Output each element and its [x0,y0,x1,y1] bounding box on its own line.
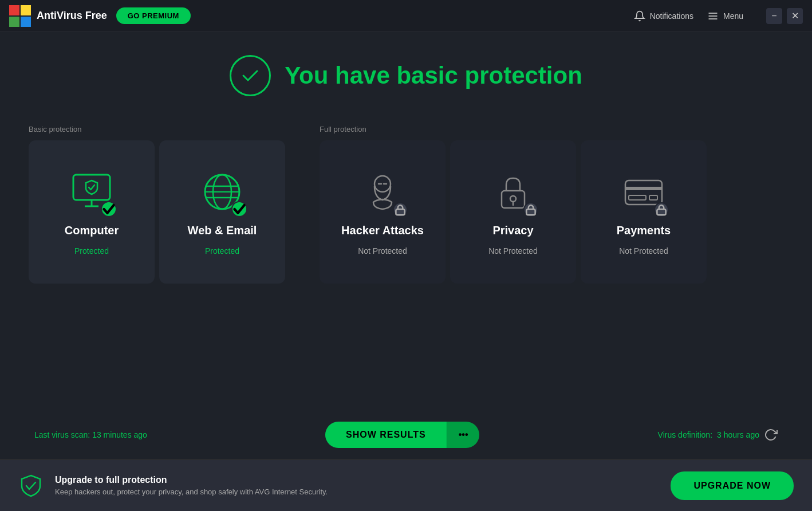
upgrade-shield-icon [18,473,44,498]
titlebar: AntiVirus Free GO PREMIUM Notifications … [0,0,812,32]
web-email-card[interactable]: Web & Email Protected [159,140,285,284]
cards-section: Basic protection [29,125,783,284]
lock-icon [394,187,407,233]
computer-card[interactable]: Computer Protected [29,140,155,284]
upgrade-title: Upgrade to full protection [55,475,659,485]
svg-rect-1 [21,5,31,15]
bell-icon [634,10,645,22]
status-circle [230,55,271,96]
check-icon [102,186,116,232]
close-button[interactable]: ✕ [787,8,803,24]
upgrade-now-button[interactable]: UPGRADE NOW [671,471,794,500]
status-header: You have basic protection [230,55,582,96]
basic-cards-row: Computer Protected [29,140,285,284]
hacker-attacks-card-status: Not Protected [358,246,407,256]
menu-icon [707,10,719,22]
svg-rect-2 [9,17,19,27]
bottom-bar: Last virus scan: 13 minutes ago SHOW RES… [29,422,783,448]
refresh-icon[interactable] [764,428,778,442]
web-email-card-status: Protected [205,246,239,256]
scan-info: Last virus scan: 13 minutes ago [34,430,147,439]
full-protection-label: Full protection [320,125,707,133]
payments-lock-badge [654,202,669,217]
privacy-icon-wrap [490,169,536,215]
status-text-start: You have [285,62,396,89]
svg-rect-18 [396,209,404,215]
svg-point-15 [375,176,391,192]
hacker-attacks-icon-wrap [360,169,405,215]
payments-card[interactable]: Payments Not Protected [581,140,707,284]
app-name: AntiVirus Free [37,10,107,22]
main-content: You have basic protection Basic protecti… [0,32,812,459]
hacker-attacks-card-title: Hacker Attacks [341,224,424,237]
svg-rect-3 [21,17,31,27]
status-text-highlight: basic protection [396,62,582,89]
web-email-icon-wrap [199,169,245,215]
svg-rect-22 [526,209,535,215]
more-options-button[interactable]: ••• [447,422,480,448]
full-cards-row: Hacker Attacks Not Protected [320,140,707,284]
svg-point-20 [510,196,516,202]
status-text: You have basic protection [285,62,582,89]
computer-card-status: Protected [74,246,109,256]
avg-logo-icon [9,5,31,27]
basic-protection-label: Basic protection [29,125,285,133]
last-scan-time: 13 minutes ago [92,430,147,439]
checkmark-icon [240,65,261,86]
window-controls: − ✕ [766,8,803,24]
virus-definition: Virus definition: 3 hours ago [658,428,778,442]
web-email-check-badge [231,201,247,217]
svg-rect-25 [629,195,646,200]
web-email-card-title: Web & Email [188,224,257,237]
upgrade-text: Upgrade to full protection Keep hackers … [55,475,659,496]
computer-icon-wrap [69,169,115,215]
full-protection-group: Full protection [320,125,707,284]
payments-icon-wrap [621,169,667,215]
menu-label: Menu [723,11,743,21]
virus-def-time: 3 hours ago [717,430,759,439]
notifications-button[interactable]: Notifications [634,10,693,22]
minimize-button[interactable]: − [766,8,782,24]
hacker-attacks-lock-badge [393,202,408,217]
check-icon [232,186,246,232]
menu-button[interactable]: Menu [707,10,743,22]
privacy-card[interactable]: Privacy Not Protected [450,140,576,284]
lock-icon [655,187,668,233]
virus-def-label: Virus definition: [658,430,712,439]
upgrade-banner: Upgrade to full protection Keep hackers … [0,459,812,511]
upgrade-subtitle: Keep hackers out, protect your privacy, … [55,488,659,496]
titlebar-right: Notifications Menu − ✕ [634,8,803,24]
hacker-attacks-card[interactable]: Hacker Attacks Not Protected [320,140,446,284]
scan-actions: SHOW RESULTS ••• [325,422,480,448]
svg-rect-27 [657,209,665,215]
privacy-card-status: Not Protected [488,246,538,256]
lock-icon [525,187,537,233]
show-results-button[interactable]: SHOW RESULTS [325,422,447,448]
basic-protection-group: Basic protection [29,125,285,284]
app-logo: AntiVirus Free [9,5,116,27]
payments-card-status: Not Protected [619,246,668,256]
notifications-label: Notifications [650,11,693,21]
go-premium-button[interactable]: GO PREMIUM [116,7,191,24]
last-scan-label: Last virus scan: [34,430,92,439]
svg-rect-0 [9,5,19,15]
privacy-lock-badge [523,202,538,217]
computer-check-badge [101,201,117,217]
